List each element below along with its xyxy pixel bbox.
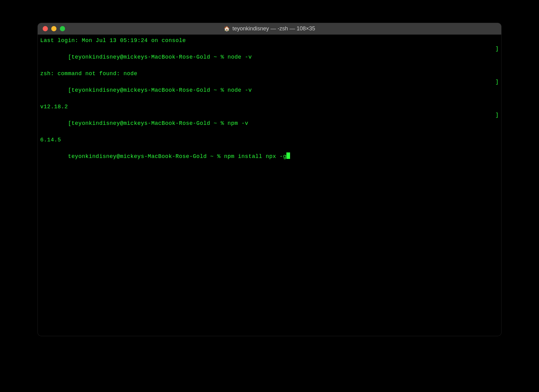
output-text: v12.18.2 [40,103,68,111]
prompt-text: teyonkindisney@mickeys-MacBook-Rose-Gold… [72,87,228,93]
terminal-line: 6.14.5 [40,136,499,144]
output-text: 6.14.5 [40,136,61,144]
terminal-line: [teyonkindisney@mickeys-MacBook-Rose-Gol… [40,45,499,70]
last-login-text: Last login: Mon Jul 13 05:19:24 on conso… [40,37,186,45]
command-text: node -v [227,87,252,93]
minimize-button[interactable] [51,26,56,31]
terminal-line: [teyonkindisney@mickeys-MacBook-Rose-Gol… [40,111,499,136]
maximize-button[interactable] [60,26,65,31]
window-title-container: 🏠 teyonkindisney — -zsh — 108×35 [224,25,315,32]
output-text: zsh: command not found: node [40,70,137,78]
prompt-bracket-open: [ [68,120,71,126]
close-button[interactable] [43,26,48,31]
traffic-lights [38,26,65,31]
prompt-bracket-close: ] [495,111,499,136]
terminal-line: [teyonkindisney@mickeys-MacBook-Rose-Gol… [40,78,499,103]
prompt-bracket-close: ] [495,45,499,70]
terminal-line: zsh: command not found: node [40,70,499,78]
command-text: node -v [227,54,252,60]
prompt-text: teyonkindisney@mickeys-MacBook-Rose-Gold… [72,54,228,60]
command-text: npm -v [227,120,248,126]
terminal-line: teyonkindisney@mickeys-MacBook-Rose-Gold… [40,144,499,169]
terminal-body[interactable]: Last login: Mon Jul 13 05:19:24 on conso… [38,35,501,336]
prompt-text: teyonkindisney@mickeys-MacBook-Rose-Gold… [68,153,224,159]
home-icon: 🏠 [224,26,230,31]
window-title: teyonkindisney — -zsh — 108×35 [232,25,315,32]
current-command-text: npm install npx -g [224,153,286,159]
terminal-line: Last login: Mon Jul 13 05:19:24 on conso… [40,37,499,45]
prompt-bracket-open: [ [68,87,71,93]
prompt-text: teyonkindisney@mickeys-MacBook-Rose-Gold… [72,120,228,126]
title-bar[interactable]: 🏠 teyonkindisney — -zsh — 108×35 [38,23,501,35]
prompt-bracket-close: ] [495,78,499,103]
cursor-block [286,152,290,159]
prompt-bracket-open: [ [68,54,71,60]
terminal-line: v12.18.2 [40,103,499,111]
terminal-window: 🏠 teyonkindisney — -zsh — 108×35 Last lo… [38,23,501,336]
